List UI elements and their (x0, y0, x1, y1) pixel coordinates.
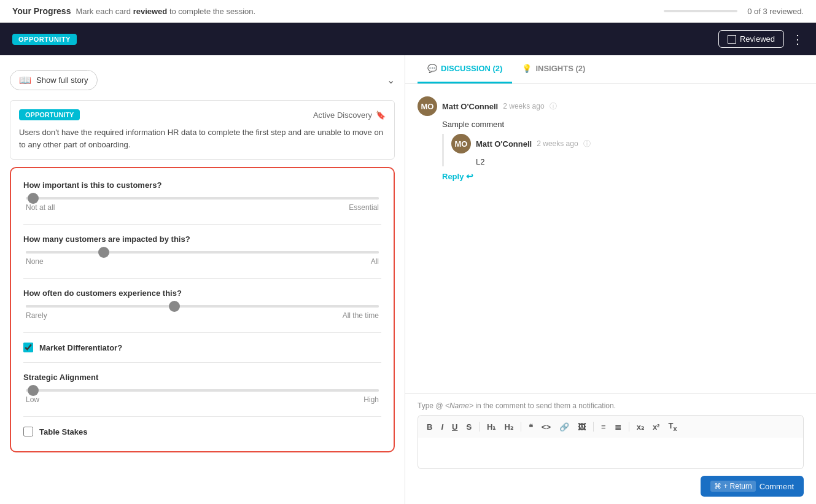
divider-1 (23, 224, 381, 225)
reply-button[interactable]: Reply ↩ (442, 171, 473, 181)
table-stakes-label[interactable]: Table Stakes (39, 427, 88, 436)
toolbar-italic[interactable]: I (437, 421, 447, 433)
discussion-tab-icon: 💬 (427, 64, 437, 73)
strategic-alignment-slider-container: Low High (23, 389, 381, 404)
nested-comment-1-avatar: MO (451, 134, 471, 153)
card-status: Active Discovery 🔖 (313, 110, 386, 120)
toolbar-sep-1 (479, 422, 480, 432)
tabs-container: 💬 DISCUSSION (2) 💡 INSIGHTS (2) (405, 55, 816, 84)
toolbar-code[interactable]: <> (538, 421, 554, 433)
toolbar-sep-4 (629, 422, 629, 432)
toolbar-link[interactable]: 🔗 (556, 421, 573, 433)
discussion-area: MO Matt O'Connell 2 weeks ago ⓘ Sample c… (405, 84, 816, 394)
toolbar-sep-2 (521, 422, 521, 432)
card-header: OPPORTUNITY Active Discovery 🔖 (19, 109, 386, 120)
strategic-alignment-label: Strategic Alignment (23, 373, 381, 382)
frequency-max-label: All the time (343, 311, 379, 320)
market-differentiator-label[interactable]: Market Differentiator? (39, 343, 122, 352)
customers-impacted-label: How many customers are impacted by this? (23, 235, 381, 244)
comment-1-author: Matt O'Connell (442, 102, 498, 111)
nested-comment-1: MO Matt O'Connell 2 weeks ago ⓘ L2 (442, 134, 804, 166)
divider-5 (23, 416, 381, 417)
reviewed-label: Reviewed (740, 34, 775, 44)
card-description: Users don't have the required informatio… (19, 126, 386, 150)
nested-comment-1-author: Matt O'Connell (476, 139, 532, 149)
comment-1-header: MO Matt O'Connell 2 weeks ago ⓘ (418, 96, 804, 116)
comment-1-avatar: MO (418, 96, 437, 116)
toolbar-superscript[interactable]: x² (649, 421, 664, 433)
toolbar-image[interactable]: 🖼 (574, 421, 589, 433)
divider-3 (23, 332, 381, 333)
right-panel: 💬 DISCUSSION (2) 💡 INSIGHTS (2) MO Matt … (405, 55, 816, 504)
progress-title: Your Progress (12, 6, 71, 16)
comment-1-body: Sample comment (442, 120, 804, 129)
tab-discussion[interactable]: 💬 DISCUSSION (2) (418, 55, 512, 83)
tab-insights[interactable]: 💡 INSIGHTS (2) (512, 55, 595, 83)
toolbar-blockquote[interactable]: ❝ (525, 421, 537, 433)
importance-slider[interactable] (26, 197, 379, 200)
customers-impacted-slider-thumb[interactable] (98, 247, 109, 258)
table-stakes-row: Table Stakes (23, 427, 381, 436)
progress-line (664, 10, 737, 12)
divider-2 (23, 278, 381, 279)
frequency-slider-thumb[interactable] (169, 301, 180, 312)
story-toggle-row: 📖 Show full story ⌄ (10, 65, 395, 100)
frequency-min-label: Rarely (26, 311, 47, 320)
comment-1: MO Matt O'Connell 2 weeks ago ⓘ Sample c… (418, 96, 804, 181)
customers-impacted-section: How many customers are impacted by this?… (23, 235, 381, 266)
book-icon: 📖 (19, 74, 31, 86)
table-stakes-checkbox[interactable] (23, 427, 33, 436)
frequency-slider[interactable] (26, 305, 379, 308)
toolbar-h1[interactable]: H₁ (483, 421, 499, 433)
customers-impacted-slider-track (26, 251, 379, 254)
reply-label: Reply (442, 172, 464, 181)
strategic-alignment-slider-thumb[interactable] (28, 385, 39, 396)
nested-comment-1-info-icon[interactable]: ⓘ (583, 139, 591, 149)
strategic-alignment-section: Strategic Alignment Low High (23, 373, 381, 404)
nested-comment-1-body: L2 (476, 157, 804, 166)
importance-section: How important is this to customers? Not … (23, 180, 381, 212)
customers-impacted-slider[interactable] (26, 251, 379, 254)
submit-label: Comment (760, 482, 794, 491)
bookmark-icon: 🔖 (376, 110, 386, 120)
compose-hint: Type @ <Name> in the comment to send the… (418, 401, 804, 410)
strategic-alignment-slider[interactable] (26, 389, 379, 392)
toolbar-h2[interactable]: H₂ (500, 421, 516, 433)
insights-tab-label: INSIGHTS (2) (535, 64, 585, 73)
comment-1-info-icon[interactable]: ⓘ (550, 101, 557, 112)
toolbar-underline[interactable]: U (448, 421, 461, 433)
importance-min-label: Not at all (26, 203, 55, 212)
importance-slider-container: Not at all Essential (23, 197, 381, 212)
questions-box: How important is this to customers? Not … (10, 167, 395, 452)
toolbar-ordered-list[interactable]: ≡ (597, 421, 610, 433)
importance-slider-thumb[interactable] (28, 193, 39, 204)
strategic-alignment-slider-track (26, 389, 379, 392)
strategic-alignment-min-label: Low (26, 395, 39, 404)
card-status-text: Active Discovery (313, 110, 372, 120)
show-full-story-button[interactable]: 📖 Show full story (10, 70, 98, 90)
chevron-down-icon[interactable]: ⌄ (387, 74, 395, 86)
toolbar-subscript[interactable]: x₂ (633, 421, 648, 433)
toolbar-clear-format[interactable]: Tx (664, 419, 680, 434)
discussion-tab-label: DISCUSSION (2) (441, 64, 502, 73)
more-options-button[interactable]: ⋮ (791, 32, 804, 47)
compose-input[interactable] (418, 438, 804, 469)
header-actions: Reviewed ⋮ (718, 30, 804, 48)
comment-submit-button[interactable]: ⌘ + Return Comment (701, 476, 804, 497)
toolbar-bold[interactable]: B (423, 421, 436, 433)
divider-4 (23, 362, 381, 363)
customers-impacted-slider-labels: None All (26, 257, 379, 266)
progress-count: 0 of 3 reviewed. (747, 7, 804, 16)
market-differentiator-checkbox[interactable] (23, 343, 33, 352)
story-toggle-label: Show full story (36, 76, 88, 85)
frequency-section: How often do customers experience this? … (23, 289, 381, 320)
card-opportunity-badge: OPPORTUNITY (19, 109, 80, 120)
importance-max-label: Essential (349, 203, 379, 212)
toolbar-unordered-list[interactable]: ≣ (611, 421, 625, 433)
reply-arrow-icon: ↩ (466, 171, 473, 181)
reviewed-button[interactable]: Reviewed (718, 30, 784, 48)
main-content: 📖 Show full story ⌄ OPPORTUNITY Active D… (0, 55, 816, 504)
reviewed-checkbox-icon (728, 35, 736, 44)
customers-impacted-slider-container: None All (23, 251, 381, 266)
toolbar-strikethrough[interactable]: S (462, 421, 475, 433)
